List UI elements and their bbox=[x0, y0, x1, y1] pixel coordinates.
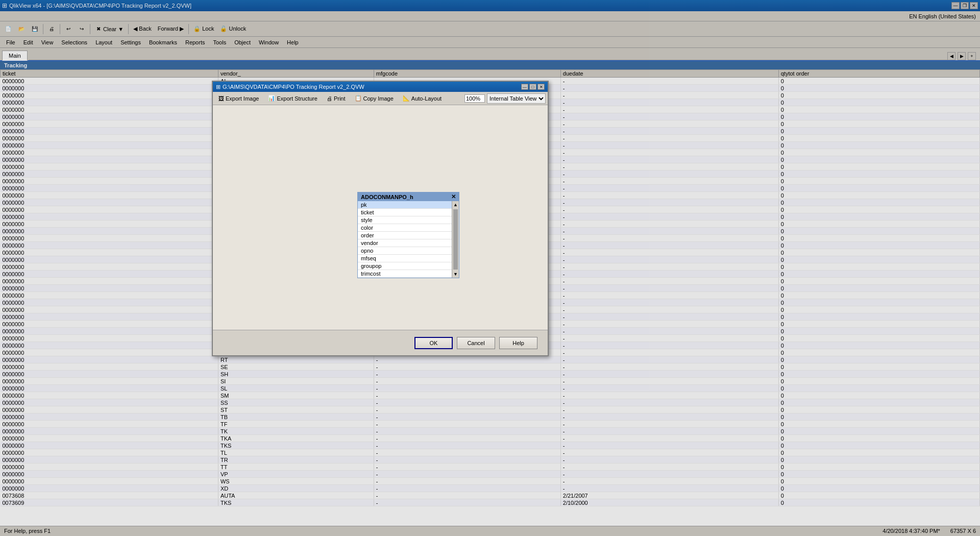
popup-list-item[interactable]: style bbox=[358, 216, 459, 224]
table-popup-header: ADOCONMANPO_h ✕ bbox=[358, 192, 459, 201]
popup-list-item[interactable]: mfseq bbox=[358, 255, 459, 262]
popup-scroll-thumb bbox=[453, 209, 458, 270]
print-dialog-icon: 🖨 bbox=[327, 95, 332, 102]
table-popup: ADOCONMANPO_h ✕ pkticketstylecolororderv… bbox=[357, 192, 459, 278]
dialog-toolbar: 🖼 Export Image 📊 Export Structure 🖨 Prin… bbox=[213, 92, 548, 105]
popup-list-item[interactable]: groupop bbox=[358, 262, 459, 270]
dialog-footer: OK Cancel Help bbox=[213, 330, 548, 355]
dialog: ⊞ G:\AIMS\QVDATA\CMP4\PO Tracking Report… bbox=[212, 81, 549, 356]
export-structure-icon: 📊 bbox=[268, 95, 275, 102]
table-popup-close[interactable]: ✕ bbox=[451, 193, 456, 200]
popup-list-item[interactable]: color bbox=[358, 224, 459, 232]
copy-image-button[interactable]: 📋 Copy Image bbox=[351, 93, 397, 104]
popup-scroll-up[interactable]: ▲ bbox=[452, 201, 459, 208]
modal-overlay: ⊞ G:\AIMS\QVDATA\CMP4\PO Tracking Report… bbox=[0, 0, 980, 536]
auto-layout-icon: 📐 bbox=[403, 95, 410, 102]
popup-scroll-down[interactable]: ▼ bbox=[452, 271, 459, 278]
export-image-icon: 🖼 bbox=[218, 95, 224, 102]
cancel-button[interactable]: Cancel bbox=[457, 337, 495, 349]
popup-list-item[interactable]: opno bbox=[358, 247, 459, 255]
dialog-close-button[interactable]: ✕ bbox=[537, 84, 545, 90]
export-image-button[interactable]: 🖼 Export Image bbox=[215, 93, 262, 104]
popup-list-item[interactable]: pk bbox=[358, 201, 459, 209]
dialog-title-bar: ⊞ G:\AIMS\QVDATA\CMP4\PO Tracking Report… bbox=[213, 82, 548, 92]
auto-layout-button[interactable]: 📐 Auto-Layout bbox=[399, 93, 445, 104]
copy-image-icon: 📋 bbox=[355, 95, 362, 102]
dialog-title-controls: — □ ✕ bbox=[521, 84, 545, 90]
print-dialog-button[interactable]: 🖨 Print bbox=[323, 93, 349, 104]
dialog-minimize-button[interactable]: — bbox=[521, 84, 528, 90]
table-popup-title: ADOCONMANPO_h bbox=[361, 194, 413, 200]
dialog-title-text: G:\AIMS\QVDATA\CMP4\PO Tracking Report v… bbox=[223, 84, 364, 90]
zoom-input[interactable] bbox=[464, 94, 485, 103]
table-popup-list: pkticketstylecolorordervendoropnomfseqgr… bbox=[358, 201, 459, 278]
dialog-maximize-button[interactable]: □ bbox=[529, 84, 536, 90]
dialog-content: ADOCONMANPO_h ✕ pkticketstylecolororderv… bbox=[213, 105, 548, 330]
export-structure-button[interactable]: 📊 Export Structure bbox=[264, 93, 321, 104]
popup-list-item[interactable]: ticket bbox=[358, 209, 459, 216]
popup-list-item[interactable]: trimcost bbox=[358, 270, 459, 278]
help-dialog-button[interactable]: Help bbox=[499, 337, 537, 349]
popup-scrollbar[interactable]: ▲ ▼ bbox=[452, 201, 459, 278]
popup-list-item[interactable]: vendor bbox=[358, 239, 459, 247]
ok-button[interactable]: OK bbox=[414, 337, 453, 349]
view-dropdown[interactable]: Internal Table View Table View Column Vi… bbox=[487, 93, 546, 104]
popup-list-item[interactable]: order bbox=[358, 232, 459, 239]
